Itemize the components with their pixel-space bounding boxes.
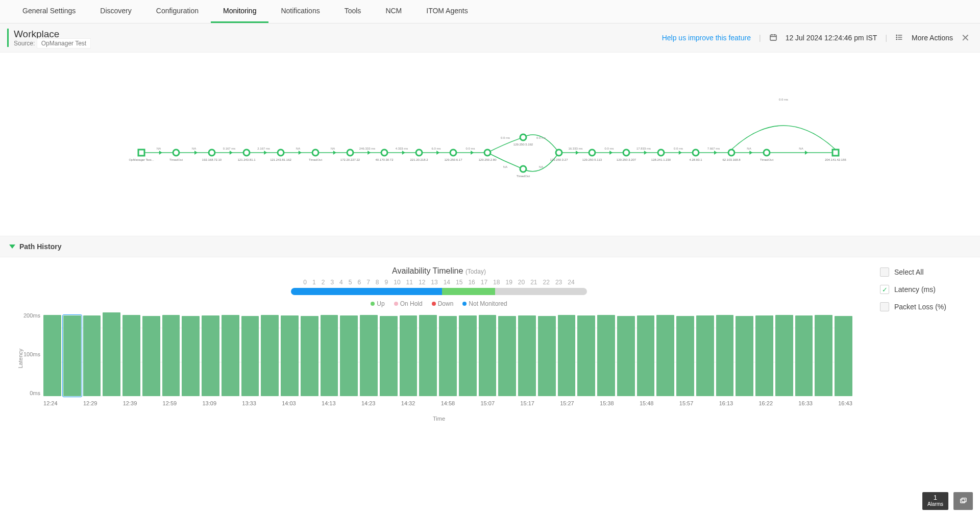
svg-text:4.333 ms: 4.333 ms [396, 147, 408, 150]
tab-tools[interactable]: Tools [332, 0, 374, 23]
bar-36[interactable] [755, 315, 773, 396]
svg-marker-45 [576, 151, 579, 155]
bar-19[interactable] [419, 315, 437, 396]
svg-point-68 [173, 150, 179, 156]
tab-ncm[interactable]: NCM [373, 0, 414, 23]
help-link[interactable]: Help us improve this feature [662, 34, 751, 42]
bar-33[interactable] [696, 315, 714, 396]
svg-point-74 [278, 150, 284, 156]
bar-32[interactable] [676, 316, 694, 396]
bar-21[interactable] [459, 315, 477, 396]
tab-configuration[interactable]: Configuration [144, 0, 211, 23]
bar-11[interactable] [261, 315, 279, 396]
chart-bars [43, 312, 852, 396]
svg-marker-48 [609, 151, 612, 155]
bar-5[interactable] [142, 316, 160, 396]
calendar-icon[interactable] [769, 33, 777, 43]
bar-16[interactable] [360, 315, 378, 396]
svg-marker-26 [333, 151, 336, 155]
svg-text:40.170.30.72: 40.170.30.72 [375, 158, 394, 161]
svg-marker-20 [264, 151, 267, 155]
svg-point-86 [484, 150, 491, 156]
y-axis-ticks: 200ms100ms0ms [23, 312, 43, 404]
svg-text:129.250.3.27: 129.250.3.27 [550, 158, 568, 161]
avail-segment-not-monitored[interactable] [291, 288, 442, 295]
bar-2[interactable] [83, 315, 101, 396]
svg-marker-51 [644, 151, 647, 155]
bar-25[interactable] [538, 316, 556, 396]
bar-1[interactable] [63, 315, 81, 396]
bar-39[interactable] [815, 315, 832, 396]
svg-marker-32 [402, 151, 405, 155]
bar-3[interactable] [103, 312, 120, 396]
bar-9[interactable] [222, 315, 239, 396]
bar-37[interactable] [775, 315, 793, 396]
tab-general-settings[interactable]: General Settings [10, 0, 88, 23]
chevron-down-icon [9, 245, 15, 249]
bar-8[interactable] [202, 315, 219, 396]
bar-23[interactable] [498, 316, 516, 396]
availability-bar[interactable] [291, 288, 587, 295]
bar-0[interactable] [43, 315, 61, 396]
svg-point-100 [693, 150, 699, 156]
svg-text:NA: NA [539, 165, 543, 168]
bar-20[interactable] [439, 316, 457, 396]
svg-marker-17 [230, 151, 233, 155]
list-icon[interactable] [895, 33, 903, 43]
bar-26[interactable] [558, 315, 576, 396]
bar-18[interactable] [400, 315, 418, 396]
bar-13[interactable] [301, 316, 318, 396]
svg-point-94 [589, 150, 595, 156]
bar-14[interactable] [321, 315, 338, 396]
tab-monitoring[interactable]: Monitoring [211, 0, 268, 23]
checkbox-packet-loss-[interactable]: Packet Loss (%) [880, 302, 968, 311]
bar-30[interactable] [637, 315, 655, 396]
svg-point-8 [896, 37, 897, 37]
svg-text:OpManager Test...: OpManager Test... [129, 158, 154, 161]
svg-rect-0 [770, 35, 776, 40]
bar-4[interactable] [122, 315, 140, 396]
bar-34[interactable] [716, 315, 734, 396]
avail-segment-grey[interactable] [495, 288, 587, 295]
svg-text:0.0 ms: 0.0 ms [779, 98, 788, 101]
bar-40[interactable] [835, 316, 852, 396]
legend-not-monitored: Not Monitored [462, 300, 507, 307]
close-icon[interactable]: ✕ [961, 32, 970, 44]
bar-15[interactable] [340, 315, 358, 396]
bar-10[interactable] [241, 316, 259, 396]
bar-7[interactable] [182, 316, 200, 396]
svg-text:129.250.2.80: 129.250.2.80 [478, 158, 497, 161]
svg-text:129.250.6.17: 129.250.6.17 [444, 158, 462, 161]
latency-bar-chart[interactable]: Latency 200ms100ms0ms 12:2412:2912:3912:… [15, 312, 868, 404]
svg-point-82 [416, 150, 422, 156]
svg-text:TimedOut: TimedOut [309, 158, 322, 161]
svg-text:4.28.83.1: 4.28.83.1 [689, 158, 702, 161]
more-actions-link[interactable]: More Actions [912, 34, 953, 42]
bar-24[interactable] [518, 315, 536, 396]
bar-38[interactable] [795, 315, 813, 396]
svg-marker-29 [368, 151, 371, 155]
bar-6[interactable] [162, 315, 180, 396]
bar-29[interactable] [617, 316, 635, 396]
bar-17[interactable] [380, 316, 398, 396]
svg-marker-57 [714, 151, 717, 155]
bar-27[interactable] [577, 315, 595, 396]
y-axis-label: Latency [15, 349, 23, 369]
checkbox-latency-ms-[interactable]: ✓Latency (ms) [880, 285, 968, 294]
path-history-header[interactable]: Path History [0, 236, 980, 257]
topology-diagram[interactable]: NANA0.167 ms2.167 msNANA246.333 ms4.333 … [0, 53, 980, 236]
bar-12[interactable] [281, 315, 299, 396]
bar-31[interactable] [656, 315, 674, 396]
tab-discovery[interactable]: Discovery [88, 0, 143, 23]
avail-segment-up[interactable] [442, 288, 495, 295]
bar-22[interactable] [479, 315, 497, 396]
svg-point-7 [896, 35, 897, 35]
svg-text:NA: NA [296, 147, 300, 150]
tab-itom-agents[interactable]: ITOM Agents [414, 0, 480, 23]
bar-28[interactable] [597, 315, 615, 396]
bar-35[interactable] [736, 316, 753, 396]
tab-notifications[interactable]: Notifications [268, 0, 332, 23]
checkbox-select-all[interactable]: Select All [880, 267, 968, 277]
svg-point-80 [381, 150, 387, 156]
svg-point-104 [764, 150, 770, 156]
